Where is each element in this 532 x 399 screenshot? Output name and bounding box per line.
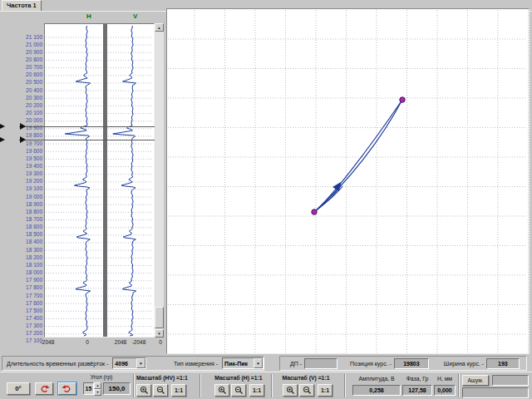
- y-axis-tick: 20 400: [15, 87, 42, 93]
- y-axis-tick: 18 600: [15, 224, 42, 229]
- zero-angle-label: 0°: [15, 385, 22, 392]
- zoom-out-hv-button[interactable]: [153, 384, 168, 397]
- dropdown-arrow-icon[interactable]: ▼: [136, 358, 145, 368]
- y-axis-tick: 19 500: [15, 155, 42, 161]
- rotate-cw-button[interactable]: [58, 382, 76, 395]
- zoom-in-v-button[interactable]: [283, 384, 298, 397]
- cursor-bottom-handle-icon[interactable]: [20, 136, 26, 143]
- lissajous-curve: [314, 100, 402, 212]
- y-axis-labels: 21 10021 00020 90020 80020 70020 60020 5…: [15, 0, 42, 356]
- noise-button[interactable]: Ашум.: [462, 375, 489, 386]
- h-depth-value: 0,000: [437, 387, 452, 393]
- cursor-top-handle-icon[interactable]: [20, 123, 26, 130]
- y-axis-tick: 20 800: [15, 57, 42, 62]
- y-axis-tick: 20 500: [15, 79, 42, 85]
- x-axis-tick: 0: [159, 339, 162, 345]
- scale-1to1-h-button[interactable]: 1:1: [249, 384, 264, 397]
- phase-value-display: 127,58: [402, 385, 432, 396]
- aux-field-1[interactable]: [492, 375, 529, 386]
- y-axis-tick: 18 100: [15, 262, 42, 268]
- cursor-width-field[interactable]: 193: [486, 358, 520, 369]
- y-axis-tick: 19 200: [15, 178, 42, 184]
- rotate-ccw-button[interactable]: [35, 382, 53, 395]
- y-axis-tick: 19 300: [15, 170, 42, 176]
- strip-scrollbar[interactable]: ▲ ▼: [155, 23, 164, 337]
- scale-1to1-v-button[interactable]: 1:1: [318, 384, 332, 397]
- y-axis-tick: 18 000: [15, 269, 42, 275]
- zoom-in-hv-button[interactable]: [136, 384, 151, 397]
- angle-label: Угол (гр): [80, 374, 123, 380]
- zoom-out-v-button[interactable]: [299, 384, 314, 397]
- measure-type-label: Тип измерения -: [174, 361, 218, 367]
- y-axis-tick: 19 000: [15, 194, 42, 200]
- amplitude-label: Амплитуда, В: [352, 376, 401, 382]
- scrollbar-thumb[interactable]: [155, 307, 164, 328]
- x-axis-tick: 2048: [115, 339, 126, 345]
- angle-step-input[interactable]: 15: [83, 382, 94, 395]
- y-axis-tick: 19 400: [15, 163, 42, 169]
- scale-1to1-hv-button[interactable]: 1:1: [171, 384, 186, 397]
- y-axis-tick: 19 700: [15, 140, 42, 146]
- y-axis-tick: 20 200: [15, 102, 42, 108]
- dp-field[interactable]: [304, 358, 337, 369]
- zoom-out-h-button[interactable]: [231, 384, 246, 397]
- noise-button-label: Ашум.: [467, 377, 483, 383]
- y-axis-tick: 18 300: [15, 247, 42, 253]
- y-axis-tick: 19 800: [15, 132, 42, 138]
- angle-value-display: 150,0: [103, 382, 131, 395]
- rotate-cw-icon: [62, 385, 73, 393]
- cursor-position-label: Позиция курс. -: [350, 361, 392, 367]
- splitter-mark-bottom-icon: [0, 137, 5, 142]
- measure-type-value: Пик-Пик: [223, 361, 254, 367]
- y-axis-tick: 20 100: [15, 110, 42, 116]
- cursor-position-field[interactable]: 19803: [394, 358, 429, 369]
- strip-chart-canvas: [45, 24, 154, 337]
- cursor-width-label: Ширина курс. -: [444, 361, 484, 367]
- x-axis-tick: -2048: [41, 339, 55, 345]
- aux-field-2[interactable]: [462, 387, 529, 398]
- separator: [271, 374, 273, 397]
- y-axis-tick: 20 600: [15, 71, 42, 77]
- cursor-top-line[interactable]: [19, 126, 155, 127]
- dropdown-arrow-icon[interactable]: ▼: [254, 358, 263, 368]
- strip-chart[interactable]: [44, 23, 155, 337]
- y-axis-tick: 17 700: [15, 293, 42, 298]
- zoom-in-icon: [140, 386, 149, 395]
- y-axis-tick: 17 500: [15, 308, 42, 313]
- y-axis-tick: 17 800: [15, 284, 42, 290]
- zoom-out-icon: [303, 386, 312, 395]
- zoom-in-h-button[interactable]: [214, 384, 229, 397]
- sweep-length-select[interactable]: 4096 ▼: [112, 357, 146, 369]
- y-axis-tick: 17 200: [15, 330, 42, 336]
- strip-x-axis: -204802048-204802048: [0, 339, 165, 347]
- angle-stepper[interactable]: ▲ ▼: [94, 382, 101, 395]
- y-axis-tick: 17 900: [15, 277, 42, 283]
- settings-row: Длительность временных развёрток - 4096 …: [0, 356, 532, 372]
- curve-end-marker: [400, 97, 405, 102]
- cursor-bottom-line[interactable]: [19, 140, 155, 140]
- rotate-ccw-icon: [38, 385, 50, 393]
- phase-value: 127,58: [408, 387, 426, 393]
- y-axis-tick: 17 400: [15, 315, 42, 321]
- measure-type-select[interactable]: Пик-Пик ▼: [222, 357, 264, 369]
- zoom-out-icon: [156, 386, 165, 395]
- y-axis-tick: 18 700: [15, 216, 42, 222]
- scroll-up-icon[interactable]: ▲: [155, 23, 164, 32]
- step-up-icon[interactable]: ▲: [94, 382, 101, 389]
- scale-v-label: Масштаб (V) =1:1: [281, 375, 331, 381]
- step-down-icon[interactable]: ▼: [94, 389, 101, 396]
- zero-angle-button[interactable]: 0°: [7, 382, 30, 395]
- y-axis-tick: 20 900: [15, 49, 42, 55]
- complex-plane-plot[interactable]: [166, 8, 530, 354]
- separator: [458, 374, 460, 397]
- one-to-one-label: 1:1: [321, 387, 329, 393]
- amplitude-value: 0,258: [369, 387, 384, 393]
- zoom-in-icon: [218, 386, 227, 395]
- dp-label: ДП -: [290, 361, 302, 367]
- y-axis-tick: 20 300: [15, 95, 42, 101]
- h-channel-title: H: [86, 12, 91, 20]
- x-axis-tick: -2048: [132, 339, 146, 345]
- scroll-down-icon[interactable]: ▼: [155, 329, 164, 337]
- sweep-groupbox: Длительность временных развёрток - 4096 …: [2, 356, 264, 371]
- tab-frequency-1[interactable]: Частота 1: [2, 0, 42, 11]
